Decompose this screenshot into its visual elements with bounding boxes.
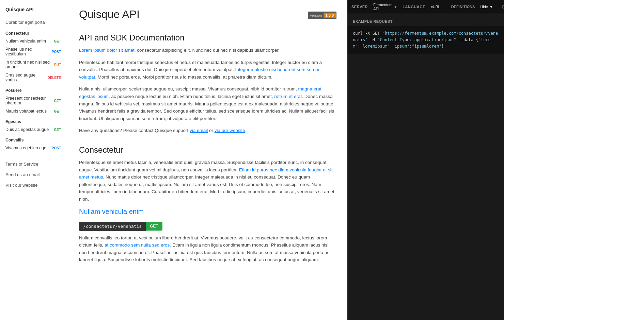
sidebar-endpoint-ep-mauris[interactable]: Mauris volutpat lectusGET <box>0 107 68 115</box>
sidebar-section-title-section-posuere: Posuere <box>0 84 68 94</box>
sidebar-endpoint-ep-praesent[interactable]: Praesent consectetur pharetraGET <box>0 94 68 107</box>
language-value[interactable]: cURL <box>431 5 440 9</box>
paragraph-section-nullam-0: Nullam convallis leo tortor, at vestibul… <box>79 234 336 264</box>
endpoint-label-ep-cras: Cras sed augue varius <box>5 73 46 82</box>
definitions-label: DEFINITIONS <box>451 5 475 9</box>
hide-chevron-icon: ▼ <box>489 5 493 9</box>
code-block: curl -X GET "https://fermentum.example.c… <box>347 26 504 54</box>
paragraph-section-intro-2: Nulla a nisl ullamcorper, scelerisque au… <box>79 85 336 122</box>
server-label: SERVER <box>351 5 368 9</box>
main-section-section-consectetur: ConsecteturPellentesque sit amet metus l… <box>79 145 336 203</box>
endpoint-method-btn-section-nullam[interactable]: GET <box>146 222 162 231</box>
title-version-row: Quisque API version 1.0.0 <box>79 8 336 22</box>
sidebar-section-title-section-consectetur: Consectetur <box>0 27 68 37</box>
terms-link[interactable]: Terms of Service <box>0 159 68 169</box>
endpoint-label-ep-praesent: Praesent consectetur pharetra <box>5 96 52 105</box>
language-label: LANGUAGE <box>403 5 425 9</box>
endpoint-label-ep-vivamus: Vivamus eget leo eget <box>5 146 47 150</box>
sidebar-section-title-section-convallis: Convallis <box>0 134 68 144</box>
sidebar-endpoint-ep-duis[interactable]: Duis ac egestas augueGET <box>0 125 68 134</box>
sidebar-endpoint-ep-vivamus[interactable]: Vivamus eget leo egetPOST <box>0 144 68 152</box>
right-panel: SERVER Fermentum API ▼ LANGUAGE cURL DEF… <box>347 0 504 320</box>
right-main: EXAMPLE REQUEST curl -X GET "https://fer… <box>347 14 504 320</box>
email-link[interactable]: Send us an email <box>0 169 68 180</box>
hide-label: Hide <box>480 5 488 9</box>
main-content: Quisque API version 1.0.0 API and SDK Do… <box>68 0 347 320</box>
section-heading-section-consectetur: Consectetur <box>79 145 336 155</box>
via-website-link[interactable]: via our website <box>215 128 245 133</box>
main-section-section-intro: API and SDK DocumentationLorem ipsum dol… <box>79 33 336 134</box>
page-title: Quisque API <box>79 8 140 21</box>
method-badge-ep-praesent: GET <box>52 99 62 103</box>
version-badge: version 1.0.0 <box>308 12 336 19</box>
endpoint-name-section-nullam: Nullam vehicula enim <box>79 208 336 216</box>
gear-icon[interactable]: ⚙ <box>501 4 504 10</box>
sidebar-logo: Quisque API <box>0 4 68 18</box>
via-email-link[interactable]: via email <box>190 128 208 133</box>
section-heading-section-intro: API and SDK Documentation <box>79 33 336 43</box>
sidebar: Quisque API Curabitur eget porta Consect… <box>0 0 68 320</box>
sidebar-link-curabitur[interactable]: Curabitur eget porta <box>0 18 68 27</box>
server-chevron-icon: ▼ <box>394 5 397 9</box>
sidebar-bottom: Terms of Service Send us an email Visit … <box>0 159 68 190</box>
endpoint-path-row-section-nullam: /consectetur/venenatisGET <box>79 222 336 231</box>
paragraph-section-intro-0: Lorem ipsum dolor sit amet, consectetur … <box>79 47 336 54</box>
sidebar-endpoint-ep-nullam[interactable]: Nullam vehicula enimGET <box>0 37 68 45</box>
sidebar-endpoint-ep-cras[interactable]: Cras sed augue variusDELETE <box>0 71 68 84</box>
endpoint-label-ep-mauris: Mauris volutpat lectus <box>5 109 47 114</box>
endpoint-label-ep-nullam: Nullam vehicula enim <box>5 39 46 44</box>
method-badge-ep-phasellus: POST <box>50 50 62 54</box>
website-link[interactable]: Visit our website <box>0 180 68 190</box>
endpoint-path-section-nullam: /consectetur/venenatis <box>79 222 146 231</box>
paragraph-section-intro-1: Pellentesque habitant morbi tristique se… <box>79 59 336 81</box>
paragraph-section-consectetur-0: Pellentesque sit amet metus lacinia, ven… <box>79 159 336 203</box>
method-badge-ep-cras: DELETE <box>46 75 62 80</box>
method-badge-ep-mauris: GET <box>52 109 62 114</box>
server-value[interactable]: Fermentum API ▼ <box>373 3 397 11</box>
method-badge-ep-intincidunt: PUT <box>53 63 62 67</box>
main-sections: API and SDK DocumentationLorem ipsum dol… <box>79 33 336 264</box>
version-number: 1.0.0 <box>324 13 336 18</box>
endpoint-label-ep-intincidunt: In tincidunt nec nisl sed ornare <box>5 60 53 69</box>
right-topbar: SERVER Fermentum API ▼ LANGUAGE cURL DEF… <box>347 0 504 14</box>
server-value-text: Fermentum API <box>373 3 392 11</box>
endpoint-label-ep-duis: Duis ac egestas augue <box>5 127 49 132</box>
paragraph-section-intro-3: Have any questions? Please contact Quisq… <box>79 127 336 134</box>
endpoint-label-ep-phasellus: Phasellus nec vestibulum <box>5 47 50 56</box>
method-badge-ep-vivamus: POST <box>50 146 62 150</box>
sidebar-endpoint-ep-intincidunt[interactable]: In tincidunt nec nisl sed ornarePUT <box>0 58 68 71</box>
method-badge-ep-nullam: GET <box>52 39 62 44</box>
sidebar-endpoint-ep-phasellus[interactable]: Phasellus nec vestibulumPOST <box>0 45 68 58</box>
main-section-section-nullam: Nullam vehicula enim/consectetur/venenat… <box>79 208 336 264</box>
hide-button[interactable]: Hide ▼ <box>480 5 493 9</box>
method-badge-ep-duis: GET <box>52 128 62 132</box>
version-label: version <box>310 13 322 17</box>
example-request-label: EXAMPLE REQUEST <box>347 14 504 26</box>
sidebar-section-title-section-egestas: Egestas <box>0 115 68 125</box>
sidebar-sections: ConsecteturNullam vehicula enimGETPhasel… <box>0 27 68 152</box>
